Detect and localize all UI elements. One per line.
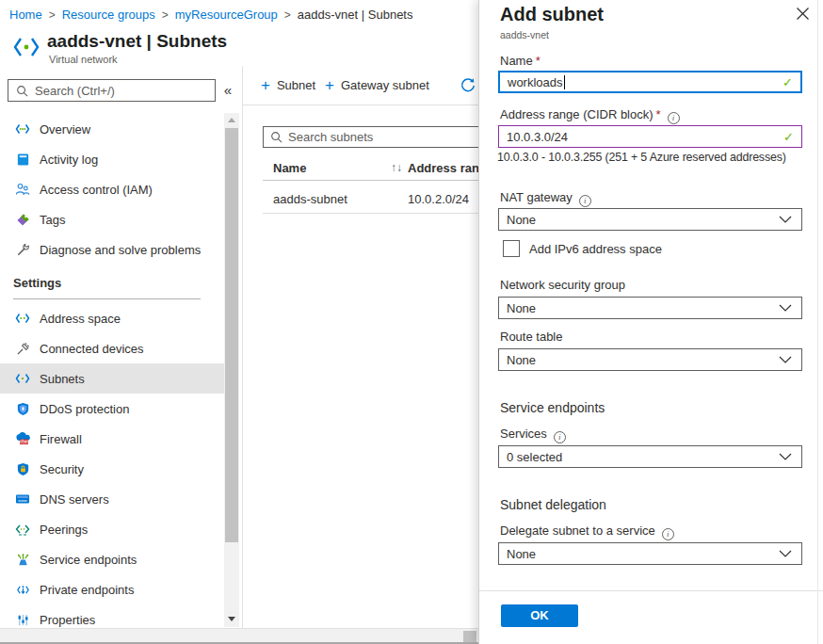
valid-check-icon: ✓ <box>783 130 794 144</box>
page-title: aadds-vnet | Subnets <box>47 31 227 52</box>
scrollbar-down-arrow-icon[interactable] <box>228 617 235 621</box>
plus-icon: + <box>261 76 270 95</box>
panel-footer-divider <box>479 590 823 591</box>
tags-icon <box>15 212 30 227</box>
sidebar-item-label: Peerings <box>40 523 88 537</box>
sidebar-item-tags[interactable]: Tags <box>0 204 224 234</box>
sidebar-item-label: Connected devices <box>40 342 144 356</box>
nat-gateway-label: NAT gatewayi <box>500 190 591 207</box>
sidebar-item-security[interactable]: Security <box>0 454 224 484</box>
table-row-subnet-name[interactable]: aadds-subnet <box>273 192 347 206</box>
sidebar-item-label: Security <box>40 462 84 476</box>
services-label: Servicesi <box>500 427 566 443</box>
route-table-label: Route table <box>500 330 563 344</box>
breadcrumb: Home>Resource groups>myResourceGroup>aad… <box>9 8 412 22</box>
sidebar-search-placeholder: Search (Ctrl+/) <box>35 84 115 98</box>
info-icon[interactable]: i <box>579 195 591 207</box>
sidebar-item-label: Access control (IAM) <box>40 183 153 197</box>
sidebar: Search (Ctrl+/) « Overview Activity log … <box>0 66 242 628</box>
sidebar-item-subnets[interactable]: Subnets <box>0 363 224 394</box>
subnets-icon <box>15 371 30 386</box>
breadcrumb-resource-groups[interactable]: Resource groups <box>62 8 155 22</box>
sidebar-item-diagnose[interactable]: Diagnose and solve problems <box>0 234 224 265</box>
chevron-down-icon <box>779 216 792 223</box>
sidebar-item-private-endpoints[interactable]: Private endpoints <box>0 574 224 604</box>
required-asterisk: * <box>536 54 541 68</box>
subnet-search-input[interactable]: Search subnets <box>263 126 478 148</box>
info-icon[interactable]: i <box>662 528 674 540</box>
sidebar-item-firewall[interactable]: Firewall <box>0 424 224 454</box>
svg-text:www: www <box>18 498 27 503</box>
sidebar-scrollbar[interactable] <box>224 113 239 627</box>
sort-icon[interactable]: ↑↓ <box>391 161 402 174</box>
text-cursor <box>564 75 565 89</box>
panel-subtitle: aadds-vnet <box>500 29 549 40</box>
subnet-list-pane: + Subnet + Gateway subnet Search subnets… <box>243 66 478 628</box>
close-icon[interactable] <box>796 7 811 22</box>
sidebar-search-input[interactable]: Search (Ctrl+/) <box>8 79 216 102</box>
search-icon <box>270 131 282 143</box>
name-input[interactable]: workloads ✓ <box>498 71 802 93</box>
address-space-icon <box>15 311 30 326</box>
add-gateway-subnet-button[interactable]: + Gateway subnet <box>325 66 429 105</box>
address-range-label: Address range (CIDR block)*i <box>500 107 680 124</box>
ipv6-checkbox-label[interactable]: Add IPv6 address space <box>529 242 662 256</box>
table-header-divider <box>263 180 478 181</box>
sidebar-item-dns-servers[interactable]: www DNS servers <box>0 484 224 514</box>
subnet-search-placeholder: Search subnets <box>288 130 373 144</box>
sidebar-item-overview[interactable]: Overview <box>0 114 224 144</box>
breadcrumb-home[interactable]: Home <box>9 8 42 22</box>
breadcrumb-separator: > <box>284 8 291 22</box>
firewall-icon <box>15 431 30 446</box>
refresh-icon[interactable] <box>460 77 476 94</box>
ok-button[interactable]: OK <box>501 604 578 627</box>
nsg-select[interactable]: None <box>498 297 802 319</box>
sidebar-item-activity-log[interactable]: Activity log <box>0 144 224 174</box>
required-asterisk: * <box>656 107 661 121</box>
column-header-name[interactable]: Name <box>273 161 306 175</box>
address-range-input[interactable]: 10.0.3.0/24 ✓ <box>498 125 802 148</box>
sidebar-item-address-space[interactable]: Address space <box>0 303 224 333</box>
breadcrumb-separator: > <box>49 8 56 22</box>
sidebar-item-ddos-protection[interactable]: DDoS protection <box>0 394 224 424</box>
horizontal-scrollbar-thumb[interactable] <box>463 631 476 642</box>
scrollbar-up-arrow-icon[interactable] <box>228 118 235 122</box>
scrollbar-thumb[interactable] <box>225 128 238 542</box>
breadcrumb-separator: > <box>162 8 169 22</box>
delegate-select[interactable]: None <box>498 542 802 565</box>
service-endpoints-header: Service endpoints <box>500 400 605 415</box>
table-row-address-range: 10.0.2.0/24 <box>408 192 469 206</box>
diagnose-icon <box>15 242 30 257</box>
add-subnet-button[interactable]: + Subnet <box>261 66 315 105</box>
nsg-label: Network security group <box>500 278 625 292</box>
ddos-icon <box>15 401 30 416</box>
breadcrumb-myresourcegroup[interactable]: myResourceGroup <box>175 8 278 22</box>
plus-icon: + <box>325 76 334 95</box>
nat-gateway-select[interactable]: None <box>498 208 802 231</box>
sidebar-item-label: Firewall <box>40 432 82 446</box>
sidebar-item-peerings[interactable]: Peerings <box>0 514 224 544</box>
sidebar-item-connected-devices[interactable]: Connected devices <box>0 333 224 363</box>
chevron-down-icon <box>779 550 792 557</box>
info-icon[interactable]: i <box>668 112 680 124</box>
security-icon <box>15 461 30 476</box>
panel-scrollbar-track <box>817 0 818 644</box>
properties-icon <box>15 612 30 627</box>
info-icon[interactable]: i <box>554 431 566 443</box>
chevron-down-icon <box>779 304 792 312</box>
services-select[interactable]: 0 selected <box>498 445 802 468</box>
sidebar-item-label: Diagnose and solve problems <box>40 243 201 257</box>
sidebar-item-properties[interactable]: Properties <box>0 604 224 628</box>
route-table-select[interactable]: None <box>498 348 802 371</box>
ipv6-checkbox[interactable] <box>503 240 520 257</box>
page-header: aadds-vnet | Subnets Virtual network <box>0 28 478 66</box>
add-subnet-panel: Add subnet aadds-vnet Name* workloads ✓ … <box>478 0 823 644</box>
settings-divider <box>13 298 201 299</box>
sidebar-collapse-button[interactable]: « <box>218 80 238 101</box>
sidebar-item-service-endpoints[interactable]: Service endpoints <box>0 544 224 574</box>
column-header-address-range[interactable]: Address range <box>408 161 478 175</box>
sidebar-item-label: Subnets <box>40 372 85 386</box>
vnet-icon <box>12 35 40 62</box>
subnet-delegation-header: Subnet delegation <box>500 497 606 512</box>
sidebar-item-access-control[interactable]: Access control (IAM) <box>0 174 224 204</box>
